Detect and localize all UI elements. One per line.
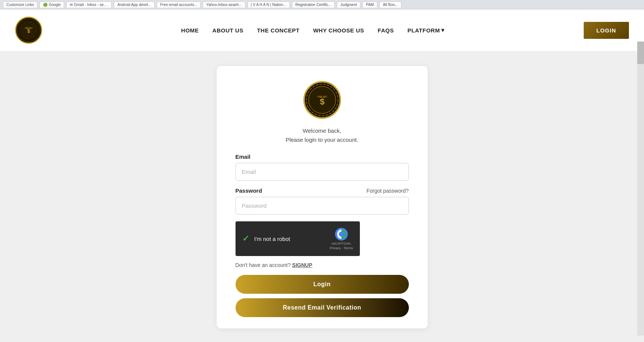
recaptcha-logo-icon xyxy=(335,227,348,241)
nav-why[interactable]: WHY CHOOSE US xyxy=(313,27,364,34)
svg-text:$: $ xyxy=(320,97,324,106)
browser-tab[interactable]: Free email accounts... xyxy=(157,2,200,8)
login-form: Email Password Forgot password? ✓ I'm no… xyxy=(236,153,409,317)
browser-tab[interactable]: Judgment xyxy=(337,2,360,8)
email-input[interactable] xyxy=(236,163,409,181)
forgot-password-link[interactable]: Forgot password? xyxy=(366,188,408,194)
browser-tab[interactable]: Registration Certific... xyxy=(292,2,335,8)
recaptcha-check-icon: ✓ xyxy=(242,234,249,244)
email-label: Email xyxy=(236,153,409,160)
browser-tab[interactable]: All Boo... xyxy=(379,2,401,8)
navbar-logo[interactable]: ≡SLG≡ $ xyxy=(15,17,42,44)
navbar-links: HOME ABOUT US THE CONCEPT WHY CHOOSE US … xyxy=(42,27,584,34)
recaptcha-left: ✓ I'm not a robot xyxy=(242,234,290,244)
chevron-down-icon: ▾ xyxy=(441,27,445,34)
signup-link[interactable]: SIGNUP xyxy=(292,262,312,268)
site-wrapper: ≡SLG≡ $ HOME ABOUT US THE CONCEPT WHY CH… xyxy=(0,9,644,342)
login-button[interactable]: Login xyxy=(236,275,409,294)
nav-platform[interactable]: PLATFORM ▾ xyxy=(407,27,445,34)
nav-faqs[interactable]: FAQS xyxy=(378,27,394,34)
nav-home[interactable]: HOME xyxy=(181,27,199,34)
browser-tab[interactable]: Customize Links xyxy=(3,2,37,8)
browser-bar: Customize Links 🟢 Google ✉ Gmail - Inbox… xyxy=(0,0,644,9)
recaptcha-brand-text: reCAPTCHA xyxy=(332,242,351,245)
signup-row: Don't have an account? SIGNUP xyxy=(236,262,409,268)
login-card: ≡SLG≡ $ Welcome back, Please login to yo… xyxy=(217,66,428,328)
browser-tab[interactable]: ✉ Gmail - Inbox - sea... xyxy=(66,2,112,8)
recaptcha-right: reCAPTCHA Privacy - Terms xyxy=(330,227,353,250)
welcome-text: Welcome back, Please login to your accou… xyxy=(286,126,358,144)
scrollbar[interactable] xyxy=(637,41,644,336)
browser-tab[interactable]: | V A H A N | Nation... xyxy=(248,2,290,8)
browser-tab[interactable]: 🟢 Google xyxy=(40,2,64,8)
recaptcha-links: Privacy - Terms xyxy=(330,246,353,250)
navbar-login-button[interactable]: LOGIN xyxy=(584,22,629,39)
navbar: ≡SLG≡ $ HOME ABOUT US THE CONCEPT WHY CH… xyxy=(0,9,644,51)
login-logo: ≡SLG≡ $ xyxy=(303,81,341,119)
nav-about[interactable]: ABOUT US xyxy=(213,27,243,34)
password-row: Password Forgot password? xyxy=(236,187,409,194)
main-content: ≡SLG≡ $ Welcome back, Please login to yo… xyxy=(0,51,644,342)
browser-tab[interactable]: Android App devel... xyxy=(114,2,154,8)
nav-concept[interactable]: THE CONCEPT xyxy=(257,27,300,34)
scrollbar-thumb[interactable] xyxy=(637,41,644,64)
recaptcha-label: I'm not a robot xyxy=(254,236,290,242)
password-input[interactable] xyxy=(236,197,409,215)
browser-tab[interactable]: Yahoo-Inbox-seash... xyxy=(203,2,245,8)
recaptcha-widget[interactable]: ✓ I'm not a robot reCAPTCHA xyxy=(236,221,360,256)
password-label: Password xyxy=(236,187,262,194)
resend-verification-button[interactable]: Resend Email Verification xyxy=(236,298,409,317)
browser-tab[interactable]: PAM xyxy=(363,2,377,8)
svg-text:$: $ xyxy=(27,28,30,34)
